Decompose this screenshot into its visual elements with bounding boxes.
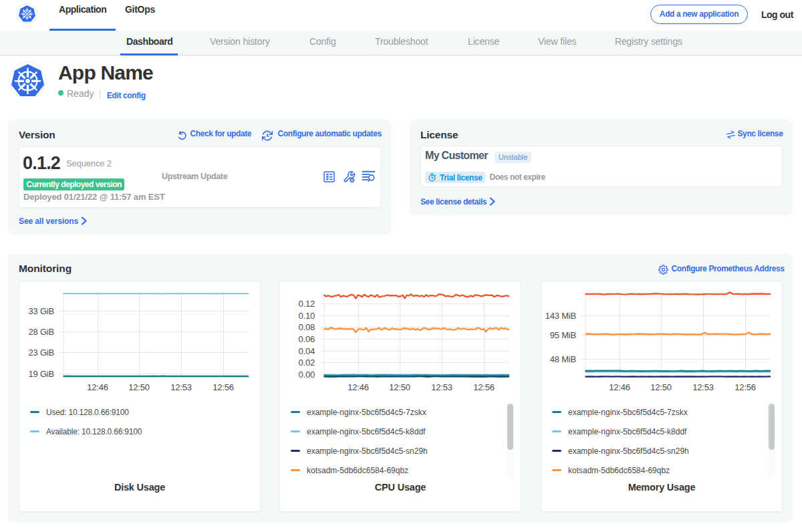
svg-text:95 MiB: 95 MiB [550, 330, 576, 340]
svg-text:0.10: 0.10 [298, 311, 315, 321]
svg-text:12:46: 12:46 [87, 382, 108, 392]
svg-text:12:50: 12:50 [389, 382, 410, 392]
svg-text:28 GiB: 28 GiB [28, 327, 54, 337]
svg-text:0.00: 0.00 [298, 370, 315, 380]
svg-text:19 GiB: 19 GiB [28, 369, 54, 379]
svg-text:33 GiB: 33 GiB [28, 306, 54, 316]
svg-text:0.12: 0.12 [298, 299, 315, 309]
svg-text:0.06: 0.06 [298, 334, 315, 344]
svg-text:12:53: 12:53 [692, 382, 714, 392]
svg-text:12:53: 12:53 [431, 382, 452, 392]
svg-text:0.04: 0.04 [298, 346, 315, 356]
svg-text:48 MiB: 48 MiB [550, 354, 576, 364]
svg-text:0.08: 0.08 [298, 322, 315, 332]
svg-text:143 MiB: 143 MiB [545, 311, 576, 321]
svg-text:12:56: 12:56 [213, 382, 234, 392]
svg-text:12:56: 12:56 [473, 382, 495, 392]
svg-text:12:46: 12:46 [609, 382, 630, 392]
svg-text:12:46: 12:46 [348, 382, 369, 392]
svg-text:12:56: 12:56 [734, 382, 756, 392]
svg-text:12:50: 12:50 [128, 382, 150, 392]
svg-text:12:53: 12:53 [170, 382, 192, 392]
svg-text:12:50: 12:50 [650, 382, 672, 392]
svg-text:23 GiB: 23 GiB [28, 348, 54, 358]
svg-text:0.02: 0.02 [298, 358, 315, 368]
